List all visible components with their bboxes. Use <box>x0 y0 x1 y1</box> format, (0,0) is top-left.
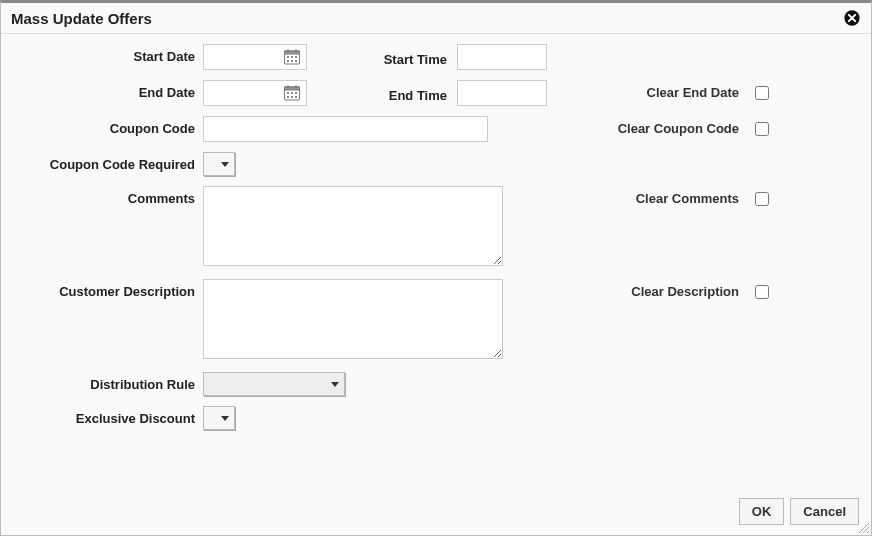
coupon-code-label: Coupon Code <box>15 116 195 136</box>
clear-description-label: Clear Description <box>559 279 739 299</box>
svg-rect-18 <box>287 96 289 98</box>
dialog-footer: OK Cancel <box>1 490 871 535</box>
exclusive-discount-label: Exclusive Discount <box>15 406 195 426</box>
start-time-input[interactable] <box>457 44 547 70</box>
distribution-rule-label: Distribution Rule <box>15 372 195 392</box>
dialog-title: Mass Update Offers <box>11 10 152 27</box>
clear-comments-checkbox[interactable] <box>755 192 769 206</box>
dialog-body: Start Date <box>1 34 871 490</box>
customer-description-textarea[interactable] <box>203 279 503 359</box>
coupon-code-required-select[interactable] <box>203 152 235 176</box>
svg-rect-9 <box>291 60 293 62</box>
dialog-header: Mass Update Offers <box>1 3 871 34</box>
clear-description-checkbox[interactable] <box>755 285 769 299</box>
start-time-label: Start Time <box>337 47 447 67</box>
calendar-icon[interactable] <box>283 84 301 102</box>
distribution-rule-select[interactable] <box>203 372 345 396</box>
clear-comments-label: Clear Comments <box>559 186 739 206</box>
exclusive-discount-select[interactable] <box>203 406 235 430</box>
svg-rect-7 <box>295 56 297 58</box>
coupon-code-input[interactable] <box>203 116 488 142</box>
svg-rect-17 <box>295 92 297 94</box>
clear-end-date-label: Clear End Date <box>559 80 739 100</box>
comments-label: Comments <box>15 186 195 206</box>
end-date-label: End Date <box>15 80 195 100</box>
close-icon[interactable] <box>843 9 861 27</box>
svg-rect-19 <box>291 96 293 98</box>
cancel-button[interactable]: Cancel <box>790 498 859 525</box>
clear-coupon-code-checkbox[interactable] <box>755 122 769 136</box>
start-date-label: Start Date <box>15 44 195 64</box>
svg-rect-10 <box>295 60 297 62</box>
calendar-icon[interactable] <box>283 48 301 66</box>
svg-rect-5 <box>287 56 289 58</box>
clear-coupon-code-label: Clear Coupon Code <box>559 116 739 136</box>
end-time-label: End Time <box>337 83 447 103</box>
svg-rect-15 <box>287 92 289 94</box>
svg-line-23 <box>867 531 869 533</box>
svg-rect-6 <box>291 56 293 58</box>
coupon-code-required-label: Coupon Code Required <box>15 152 195 172</box>
svg-rect-12 <box>285 87 300 90</box>
resize-grip-icon[interactable] <box>857 521 869 533</box>
clear-end-date-checkbox[interactable] <box>755 86 769 100</box>
end-time-input[interactable] <box>457 80 547 106</box>
customer-description-label: Customer Description <box>15 279 195 299</box>
ok-button[interactable]: OK <box>739 498 785 525</box>
mass-update-offers-dialog: Mass Update Offers Start Date <box>0 0 872 536</box>
svg-rect-2 <box>285 51 300 54</box>
svg-rect-8 <box>287 60 289 62</box>
svg-rect-16 <box>291 92 293 94</box>
svg-rect-20 <box>295 96 297 98</box>
comments-textarea[interactable] <box>203 186 503 266</box>
